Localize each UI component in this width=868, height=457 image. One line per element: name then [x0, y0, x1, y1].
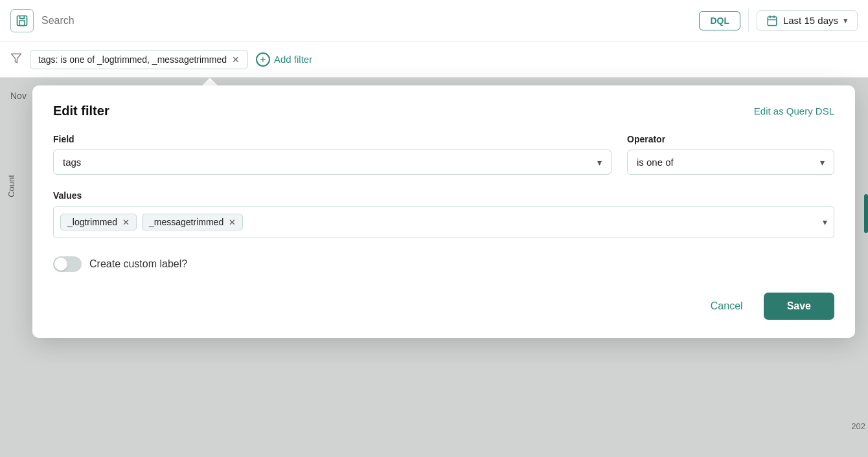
value-tag-1-text: _logtrimmed: [67, 217, 117, 227]
filter-row: tags: is one of _logtrimmed, _messagetri…: [0, 41, 868, 78]
value-tag-1-close-icon[interactable]: ✕: [122, 217, 130, 227]
edit-filter-modal: Edit filter Edit as Query DSL Field tags…: [32, 85, 855, 338]
filter-tag-text: tags: is one of _logtrimmed, _messagetri…: [38, 54, 227, 65]
svg-rect-1: [768, 17, 777, 26]
field-group-operator: Operator is one of ▾: [627, 134, 834, 175]
toolbar: DQL Last 15 days ▾: [0, 0, 868, 41]
add-filter-icon: +: [256, 52, 270, 67]
field-chevron-icon: ▾: [597, 157, 602, 168]
filter-tag[interactable]: tags: is one of _logtrimmed, _messagetri…: [30, 50, 248, 69]
operator-label: Operator: [627, 134, 834, 144]
values-label: Values: [53, 190, 834, 201]
add-filter[interactable]: + Add filter: [256, 52, 312, 67]
values-section: Values _logtrimmed ✕ _messagetrimmed ✕ ▾: [53, 190, 834, 238]
custom-label-row: Create custom label?: [53, 256, 834, 272]
operator-dropdown[interactable]: is one of ▾: [627, 150, 834, 175]
values-chevron-icon[interactable]: ▾: [823, 217, 827, 227]
cancel-button[interactable]: Cancel: [700, 294, 753, 318]
operator-chevron-icon: ▾: [820, 157, 825, 168]
fields-row: Field tags ▾ Operator is one of ▾: [53, 134, 834, 175]
main-content: Nov Count 202 Edit filter Edit as Query …: [0, 78, 868, 457]
toggle-knob: [54, 258, 67, 271]
value-tag-2: _messagetrimmed ✕: [142, 214, 243, 230]
value-tag-2-close-icon[interactable]: ✕: [229, 217, 236, 227]
modal-header: Edit filter Edit as Query DSL: [53, 104, 834, 118]
date-chevron-icon[interactable]: ▾: [843, 16, 848, 25]
edit-query-dsl-link[interactable]: Edit as Query DSL: [754, 106, 834, 117]
values-input[interactable]: _logtrimmed ✕ _messagetrimmed ✕ ▾: [53, 206, 834, 238]
dql-button[interactable]: DQL: [699, 11, 740, 30]
modal-footer: Cancel Save: [53, 293, 834, 320]
svg-marker-5: [12, 54, 21, 63]
save-icon[interactable]: [10, 9, 34, 32]
field-label: Field: [53, 134, 611, 144]
custom-label-toggle[interactable]: [53, 256, 82, 272]
field-dropdown[interactable]: tags ▾: [53, 150, 611, 175]
modal-title: Edit filter: [53, 104, 109, 118]
operator-dropdown-value: is one of: [637, 157, 674, 168]
field-dropdown-value: tags: [63, 157, 81, 168]
field-group-field: Field tags ▾: [53, 134, 611, 175]
date-picker[interactable]: Last 15 days ▾: [757, 10, 858, 31]
filter-tag-close-icon[interactable]: ✕: [232, 54, 240, 65]
save-button[interactable]: Save: [764, 293, 834, 320]
search-input-wrap[interactable]: [41, 12, 691, 29]
filter-icon: [10, 52, 22, 67]
custom-label-text: Create custom label?: [89, 258, 187, 270]
add-filter-label: Add filter: [274, 54, 312, 65]
value-tag-1: _logtrimmed ✕: [60, 214, 137, 230]
date-range-label: Last 15 days: [783, 15, 838, 26]
value-tag-2-text: _messagetrimmed: [149, 217, 223, 227]
toolbar-divider: [748, 9, 749, 32]
search-input[interactable]: [41, 12, 691, 29]
